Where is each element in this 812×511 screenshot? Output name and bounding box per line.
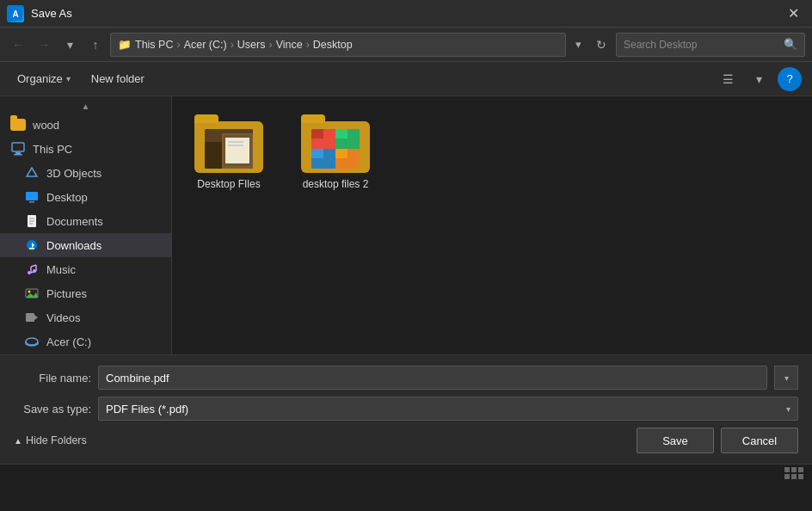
file-name-input[interactable] [98,366,767,390]
videos-icon [24,310,40,325]
view-arrow-icon: ▾ [756,72,762,86]
sidebar-item-desktop[interactable]: Desktop [0,185,171,209]
downloads-icon [24,237,40,253]
svg-rect-14 [29,248,34,249]
help-button[interactable]: ? [778,67,802,91]
sidebar-item-label-documents: Documents [46,215,103,228]
svg-rect-50 [798,467,803,472]
scroll-up-indicator: ▲ [0,100,171,113]
sidebar-item-label-desktop: Desktop [46,191,88,204]
sidebar-item-3d-objects[interactable]: 3D Objects [0,161,171,185]
list-item[interactable]: desktop files 2 [292,110,378,197]
svg-marker-25 [34,315,38,320]
up-icon: ↑ [93,38,99,52]
file-name-label: File name: [14,372,91,385]
sidebar: ▲ wood This PC [0,96,172,354]
forward-icon: → [38,38,50,52]
search-icon: 🔍 [784,38,797,51]
content-area: ▲ wood This PC [0,96,812,354]
music-icon [24,262,40,277]
svg-marker-5 [27,168,37,176]
save-type-label: Save as type: [14,403,91,416]
sidebar-item-downloads[interactable]: Downloads [0,233,171,257]
sidebar-item-label-downloads: Downloads [46,239,102,252]
window-title: Save As [31,7,72,20]
up-button[interactable]: ↑ [84,34,107,56]
title-bar-left: A Save As [7,5,72,22]
help-icon: ? [786,72,792,85]
list-item[interactable]: Desktop FIles [186,110,272,197]
cancel-button[interactable]: Cancel [721,428,798,453]
svg-line-17 [31,271,36,273]
dropdown-chevron-icon: ▾ [784,373,789,383]
file-name-dropdown-button[interactable]: ▾ [774,366,798,390]
folder-label-2: desktop files 2 [303,178,369,190]
close-button[interactable]: ✕ [781,2,805,26]
svg-rect-40 [311,129,323,139]
sidebar-item-pictures[interactable]: Pictures [0,281,171,305]
sidebar-item-music[interactable]: Music [0,257,171,281]
hide-folders-label: Hide Folders [26,434,87,446]
sidebar-item-acer[interactable]: Acer (C:) [0,329,171,354]
sidebar-item-videos[interactable]: Videos [0,305,171,329]
sidebar-item-label-pictures: Pictures [46,287,87,300]
sidebar-item-wood[interactable]: wood [0,113,171,137]
svg-rect-35 [228,145,243,146]
svg-rect-46 [335,149,348,158]
save-type-value: PDF Files (*.pdf) [106,403,786,416]
svg-rect-4 [14,154,22,156]
sep2: › [231,39,234,51]
back-button[interactable]: ← [7,34,29,56]
toolbar: Organize ▾ New folder ☰ ▾ ? [0,62,812,96]
save-button[interactable]: Save [637,428,714,453]
save-type-select[interactable]: PDF Files (*.pdf) ▾ [98,397,798,421]
svg-marker-23 [26,292,38,298]
scroll-down-indicator: ▼ [0,354,171,354]
svg-rect-7 [29,201,34,203]
hide-folders-arrow-icon: ▲ [14,436,22,446]
new-folder-button[interactable]: New folder [84,69,151,89]
breadcrumb-desktop: Desktop [313,39,353,51]
svg-rect-42 [335,129,348,139]
breadcrumb[interactable]: 📁 This PC › Acer (C:) › Users › Vince › … [110,33,566,57]
folder-thumbnail-2 [301,117,370,173]
sidebar-item-label-acer: Acer (C:) [46,336,91,348]
svg-rect-49 [791,467,797,472]
desktop-icon [24,189,40,205]
svg-line-20 [31,265,36,267]
refresh-button[interactable]: ↻ [590,34,612,56]
breadcrumb-dropdown-button[interactable]: ▾ [569,33,587,57]
svg-rect-3 [15,152,21,154]
search-input[interactable] [624,39,778,51]
folder-thumbnail-1 [194,117,263,173]
breadcrumb-this-pc: This PC [135,39,173,51]
svg-rect-43 [348,129,360,139]
save-type-row: Save as type: PDF Files (*.pdf) ▾ [14,397,798,421]
sidebar-item-this-pc[interactable]: This PC [0,137,171,161]
bottom-panel: File name: ▾ Save as type: PDF Files (*.… [0,354,812,464]
dropdown-button[interactable]: ▾ [58,34,81,56]
svg-point-26 [26,338,38,345]
search-box[interactable]: 🔍 [616,33,805,57]
view-button[interactable]: ☰ [716,67,740,91]
svg-rect-48 [784,467,790,472]
3d-icon [24,165,40,181]
svg-rect-41 [323,129,335,139]
forward-button[interactable]: → [33,34,55,56]
pictures-icon [24,286,40,301]
nav-bar: ← → ▾ ↑ 📁 This PC › Acer (C:) › Users › … [0,28,812,62]
bottom-actions: ▲ Hide Folders Save Cancel [14,428,798,453]
organize-button[interactable]: Organize ▾ [10,69,77,89]
new-folder-label: New folder [91,72,145,85]
drive-icon [24,334,40,349]
breadcrumb-users: Users [237,39,266,51]
svg-rect-2 [12,143,24,151]
hide-folders-button[interactable]: ▲ Hide Folders [14,434,87,446]
view-dropdown-button[interactable]: ▾ [747,67,771,91]
status-bar [0,464,812,483]
svg-rect-44 [311,149,323,158]
sidebar-item-documents[interactable]: Documents [0,209,171,233]
svg-rect-45 [323,149,335,158]
refresh-icon: ↻ [596,38,606,52]
pc-icon [10,141,26,157]
